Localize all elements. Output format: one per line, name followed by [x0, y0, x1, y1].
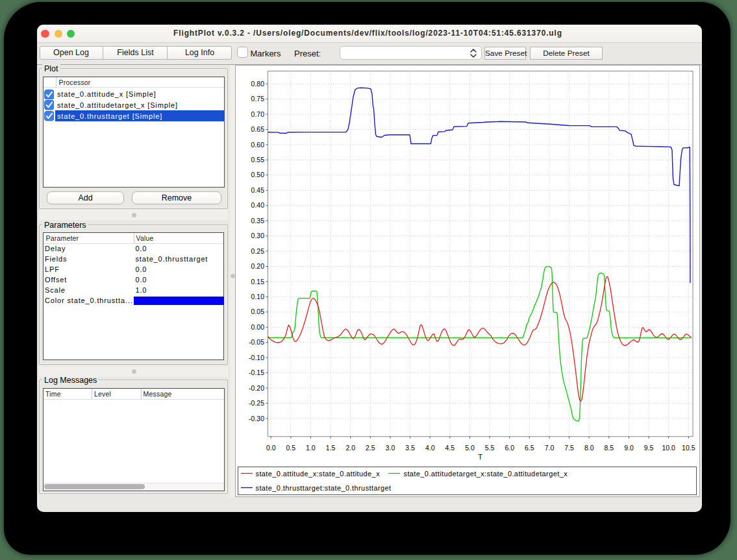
svg-text:2.0: 2.0: [345, 444, 355, 452]
svg-text:state_0.thrusttarget:state_0.t: state_0.thrusttarget:state_0.thrusttarge…: [256, 484, 392, 492]
svg-text:7.5: 7.5: [564, 444, 574, 452]
svg-text:6.5: 6.5: [525, 444, 534, 452]
svg-text:-0.25: -0.25: [249, 399, 264, 407]
svg-text:-0.20: -0.20: [249, 384, 264, 392]
svg-text:8.0: 8.0: [584, 444, 594, 452]
svg-text:8.5: 8.5: [604, 444, 614, 452]
svg-text:4.0: 4.0: [425, 444, 435, 452]
svg-text:6.0: 6.0: [505, 444, 514, 452]
svg-text:0.05: 0.05: [251, 308, 265, 315]
svg-text:1.0: 1.0: [306, 444, 316, 452]
svg-text:2.5: 2.5: [366, 444, 375, 452]
svg-text:-0.30: -0.30: [249, 415, 264, 422]
svg-text:0.25: 0.25: [251, 247, 265, 255]
svg-text:0.35: 0.35: [251, 217, 265, 225]
svg-text:0.40: 0.40: [251, 201, 265, 209]
svg-text:5.5: 5.5: [485, 444, 495, 452]
svg-text:0.80: 0.80: [251, 80, 265, 88]
svg-text:7.0: 7.0: [545, 444, 555, 452]
svg-text:0.65: 0.65: [251, 125, 265, 133]
svg-text:-0.15: -0.15: [249, 369, 264, 376]
svg-text:0.20: 0.20: [251, 262, 265, 270]
svg-text:0.60: 0.60: [251, 141, 265, 149]
svg-text:state_0.attitude_x:state_0.att: state_0.attitude_x:state_0.attitude_x: [256, 470, 381, 478]
svg-text:0.10: 0.10: [251, 293, 265, 300]
svg-text:0.55: 0.55: [251, 156, 265, 164]
svg-text:3.0: 3.0: [386, 444, 395, 452]
svg-text:0.5: 0.5: [286, 444, 295, 452]
svg-text:10.5: 10.5: [682, 444, 695, 452]
svg-text:0.50: 0.50: [251, 171, 265, 178]
svg-text:3.5: 3.5: [405, 444, 415, 452]
svg-text:0.30: 0.30: [251, 232, 265, 239]
svg-text:9.0: 9.0: [624, 444, 634, 452]
svg-text:1.5: 1.5: [326, 444, 336, 452]
svg-text:0.75: 0.75: [251, 95, 265, 103]
svg-text:-0.05: -0.05: [249, 338, 264, 346]
svg-text:-0.10: -0.10: [249, 354, 264, 361]
svg-text:5.0: 5.0: [465, 444, 475, 452]
svg-text:0.00: 0.00: [251, 323, 265, 331]
svg-text:9.5: 9.5: [644, 444, 654, 452]
svg-text:0.0: 0.0: [266, 444, 276, 452]
svg-text:10.0: 10.0: [662, 444, 675, 452]
svg-text:T: T: [478, 453, 482, 461]
svg-text:state_0.attitudetarget_x:state: state_0.attitudetarget_x:state_0.attitud…: [404, 470, 568, 478]
svg-text:4.5: 4.5: [445, 444, 455, 452]
svg-text:0.70: 0.70: [251, 110, 265, 118]
svg-text:0.15: 0.15: [251, 278, 265, 286]
svg-text:0.45: 0.45: [251, 186, 265, 194]
